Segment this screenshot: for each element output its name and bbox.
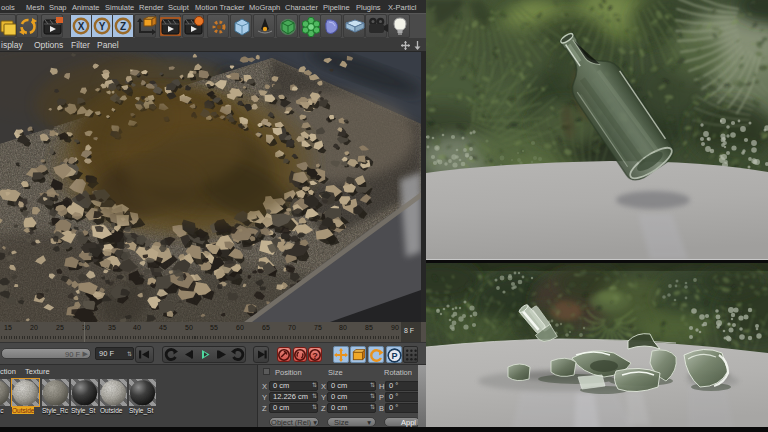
svg-text:Z: Z <box>120 21 126 32</box>
svg-text:P: P <box>391 351 397 361</box>
svg-text:?: ? <box>312 350 318 360</box>
svg-text:X: X <box>78 21 85 32</box>
svg-text:Y: Y <box>99 21 106 32</box>
